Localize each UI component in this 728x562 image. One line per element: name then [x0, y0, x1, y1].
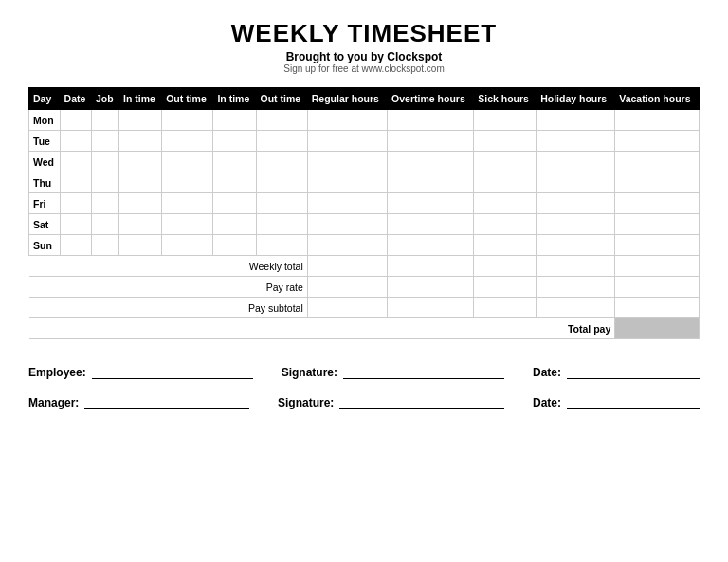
summary-data-cell	[388, 256, 474, 277]
data-cell	[119, 172, 162, 193]
data-cell	[119, 152, 162, 172]
summary-label-cell: Weekly total	[29, 256, 308, 277]
table-row: Wed	[29, 152, 700, 172]
manager-date-label: Date:	[533, 396, 561, 409]
manager-signature-line	[339, 408, 504, 409]
col-sick-hours: Sick hours	[474, 88, 537, 110]
data-cell	[388, 152, 474, 172]
total-pay-value	[615, 318, 700, 339]
data-cell	[92, 235, 119, 256]
col-out-time-2: Out time	[256, 88, 307, 110]
data-cell	[119, 110, 162, 131]
data-cell	[474, 214, 537, 235]
table-row: Tue	[29, 131, 700, 152]
data-cell	[388, 131, 474, 152]
data-cell	[615, 214, 700, 235]
employee-label: Employee:	[28, 366, 86, 379]
data-cell	[60, 235, 91, 256]
data-cell	[307, 131, 387, 152]
data-cell	[92, 152, 119, 172]
data-cell	[60, 193, 91, 214]
data-cell	[307, 172, 387, 193]
col-regular-hours: Regular hours	[307, 88, 387, 110]
manager-signature-row: Manager: Signature: Date:	[28, 396, 700, 409]
employee-signature-label: Signature:	[282, 366, 337, 379]
data-cell	[60, 131, 91, 152]
day-cell: Fri	[29, 193, 61, 214]
data-cell	[307, 110, 387, 131]
data-cell	[307, 152, 387, 172]
summary-row: Weekly total	[29, 256, 700, 277]
data-cell	[307, 235, 387, 256]
manager-signature-label: Signature:	[278, 396, 334, 409]
day-cell: Sun	[29, 235, 61, 256]
data-cell	[615, 152, 700, 172]
data-cell	[256, 110, 307, 131]
data-cell	[92, 131, 119, 152]
data-cell	[92, 172, 119, 193]
table-row: Thu	[29, 172, 700, 193]
summary-label-cell: Pay rate	[29, 277, 308, 298]
data-cell	[474, 235, 537, 256]
data-cell	[615, 193, 700, 214]
col-holiday-hours: Holiday hours	[537, 88, 615, 110]
day-cell: Wed	[29, 152, 61, 172]
table-row: Fri	[29, 193, 700, 214]
day-cell: Thu	[29, 172, 61, 193]
employee-line	[92, 378, 253, 379]
data-cell	[474, 172, 537, 193]
data-cell	[60, 214, 91, 235]
summary-data-cell	[307, 256, 387, 277]
summary-row: Pay rate	[29, 277, 700, 298]
data-cell	[92, 193, 119, 214]
data-cell	[474, 152, 537, 172]
total-pay-label: Total pay	[537, 318, 615, 339]
data-cell	[474, 193, 537, 214]
data-cell	[92, 214, 119, 235]
day-cell: Tue	[29, 131, 61, 152]
day-cell: Mon	[29, 110, 61, 131]
data-cell	[256, 152, 307, 172]
data-cell	[162, 172, 213, 193]
summary-data-cell	[307, 277, 387, 298]
summary-row: Pay subtotal	[29, 298, 700, 318]
summary-data-cell	[615, 298, 700, 318]
manager-label: Manager:	[28, 396, 79, 409]
col-date: Date	[60, 88, 91, 110]
data-cell	[119, 214, 162, 235]
table-row: Mon	[29, 110, 700, 131]
summary-data-cell	[474, 298, 537, 318]
employee-signature-line	[343, 378, 504, 379]
data-cell	[537, 214, 615, 235]
data-cell	[213, 131, 256, 152]
data-cell	[615, 131, 700, 152]
data-cell	[388, 214, 474, 235]
col-job: Job	[92, 88, 119, 110]
table-header-row: Day Date Job In time Out time In time Ou…	[29, 88, 700, 110]
summary-data-cell	[537, 277, 615, 298]
signature-section: Employee: Signature: Date: Manager: Sign…	[28, 366, 700, 409]
timesheet-table: Day Date Job In time Out time In time Ou…	[28, 87, 700, 339]
data-cell	[60, 172, 91, 193]
col-in-time-2: In time	[213, 88, 256, 110]
summary-data-cell	[537, 256, 615, 277]
data-cell	[256, 172, 307, 193]
data-cell	[256, 214, 307, 235]
data-cell	[615, 235, 700, 256]
data-cell	[119, 193, 162, 214]
data-cell	[537, 235, 615, 256]
data-cell	[60, 152, 91, 172]
data-cell	[615, 110, 700, 131]
employee-signature-row: Employee: Signature: Date:	[28, 366, 700, 379]
summary-data-cell	[474, 277, 537, 298]
manager-line	[84, 408, 249, 409]
data-cell	[537, 131, 615, 152]
data-cell	[388, 235, 474, 256]
data-cell	[256, 193, 307, 214]
col-out-time-1: Out time	[162, 88, 213, 110]
col-overtime-hours: Overtime hours	[388, 88, 474, 110]
data-cell	[537, 193, 615, 214]
data-cell	[388, 110, 474, 131]
table-row: Sat	[29, 214, 700, 235]
data-cell	[162, 131, 213, 152]
